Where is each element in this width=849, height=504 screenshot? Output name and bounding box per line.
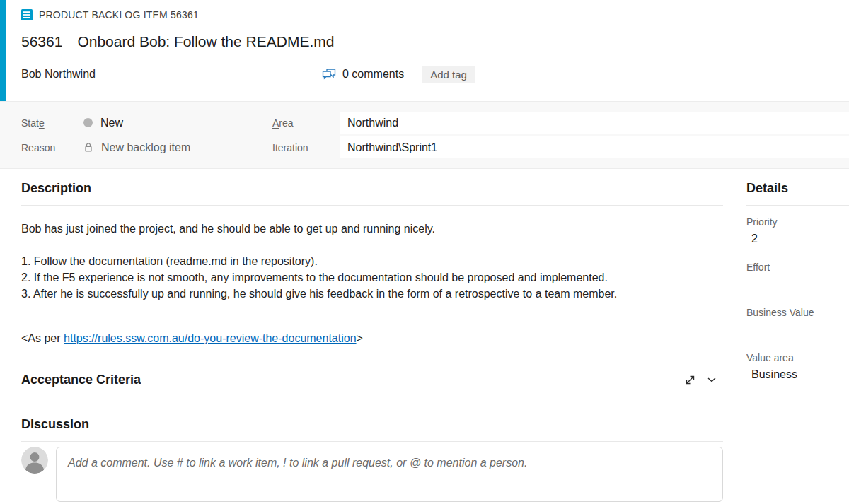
documentation-link[interactable]: https://rules.ssw.com.au/do-you-review-t… <box>64 332 357 344</box>
content-area: Description Bob has just joined the proj… <box>0 169 849 502</box>
description-body[interactable]: Bob has just joined the project, and he … <box>21 221 723 346</box>
work-item-type-label: PRODUCT BACKLOG ITEM 56361 <box>39 9 199 20</box>
area-iteration-column: Area Northwind Iteration Northwind\Sprin… <box>272 112 849 158</box>
section-divider <box>21 205 723 206</box>
work-item-title[interactable]: Onboard Bob: Follow the README.md <box>77 33 334 50</box>
description-intro: Bob has just joined the project, and he … <box>21 221 723 237</box>
details-heading: Details <box>746 181 849 196</box>
state-reason-column: State New Reason New backlog item <box>21 112 272 158</box>
details-field-effort: Effort <box>746 262 849 296</box>
state-dropdown[interactable]: New <box>83 117 123 129</box>
details-field-priority: Priority 2 <box>746 216 849 251</box>
effort-value[interactable] <box>746 278 849 296</box>
iteration-label: Iteration <box>272 142 340 153</box>
meta-row: Bob Northwind 0 comments Add tag <box>21 64 849 84</box>
link-prefix: <As per <box>21 332 64 344</box>
comments-icon <box>322 69 336 81</box>
discussion-section: Discussion Add a comment. Use # to link … <box>21 417 723 502</box>
area-input[interactable]: Northwind <box>340 112 849 134</box>
add-tag-button[interactable]: Add tag <box>422 66 475 83</box>
expand-icon[interactable] <box>684 374 696 386</box>
description-list-item: 1. Follow the documentation (readme.md i… <box>21 253 723 269</box>
acceptance-criteria-section: Acceptance Criteria <box>21 373 723 397</box>
section-divider <box>21 397 723 397</box>
product-backlog-item-icon <box>21 9 33 20</box>
section-divider <box>21 441 723 442</box>
value-area-value[interactable]: Business <box>746 368 849 387</box>
main-column: Description Bob has just joined the proj… <box>21 169 723 502</box>
business-value-label: Business Value <box>746 307 849 318</box>
state-dot-icon <box>83 118 93 127</box>
avatar <box>21 447 48 474</box>
area-row: Area Northwind <box>272 112 849 134</box>
state-row: State New <box>21 112 272 134</box>
work-item-id: 56361 <box>21 33 62 50</box>
description-list: 1. Follow the documentation (readme.md i… <box>21 253 723 302</box>
type-row: PRODUCT BACKLOG ITEM 56361 <box>21 8 849 22</box>
work-item-type-color-bar <box>0 0 6 101</box>
reason-label: Reason <box>21 142 83 153</box>
business-value-value[interactable] <box>746 323 849 341</box>
priority-value[interactable]: 2 <box>746 233 849 251</box>
work-item-header: PRODUCT BACKLOG ITEM 56361 56361 Onboard… <box>0 0 849 101</box>
description-list-item: 3. After he is successfully up and runni… <box>21 286 723 302</box>
description-section: Description Bob has just joined the proj… <box>21 181 723 346</box>
comment-input[interactable]: Add a comment. Use # to link a work item… <box>56 447 723 502</box>
section-divider <box>746 205 849 206</box>
reason-value: New backlog item <box>101 141 190 154</box>
title-row: 56361 Onboard Bob: Follow the README.md <box>21 33 849 50</box>
reason-field: New backlog item <box>83 141 190 154</box>
link-suffix: > <box>357 332 363 344</box>
details-field-value-area: Value area Business <box>746 352 849 387</box>
reason-row: Reason New backlog item <box>21 136 272 158</box>
lock-icon <box>83 142 93 153</box>
priority-label: Priority <box>746 216 849 228</box>
chevron-down-icon[interactable] <box>708 377 716 382</box>
acceptance-criteria-controls <box>684 374 723 386</box>
state-value: New <box>100 117 123 129</box>
acceptance-criteria-heading: Acceptance Criteria <box>21 373 141 387</box>
comments-count-label: 0 comments <box>342 68 404 81</box>
description-link-line: <As per https://rules.ssw.com.au/do-you-… <box>21 330 723 346</box>
value-area-label: Value area <box>746 352 849 363</box>
area-label: Area <box>272 117 340 129</box>
iteration-row: Iteration Northwind\Sprint1 <box>272 136 849 158</box>
discussion-heading: Discussion <box>21 417 723 432</box>
comments-button[interactable]: 0 comments <box>322 68 404 81</box>
work-item-form: PRODUCT BACKLOG ITEM 56361 56361 Onboard… <box>0 0 849 502</box>
assignee-field[interactable]: Bob Northwind <box>21 68 322 81</box>
description-heading: Description <box>21 181 723 196</box>
details-field-business-value: Business Value <box>746 307 849 341</box>
state-band: State New Reason New backlog item <box>0 101 849 169</box>
state-label: State <box>21 117 83 129</box>
iteration-input[interactable]: Northwind\Sprint1 <box>340 136 849 158</box>
effort-label: Effort <box>746 262 849 273</box>
comment-row: Add a comment. Use # to link a work item… <box>21 447 723 502</box>
details-panel: Details Priority 2 Effort Business Value… <box>746 169 849 502</box>
description-list-item: 2. If the F5 experience is not smooth, a… <box>21 269 723 286</box>
acceptance-criteria-header: Acceptance Criteria <box>21 373 723 387</box>
